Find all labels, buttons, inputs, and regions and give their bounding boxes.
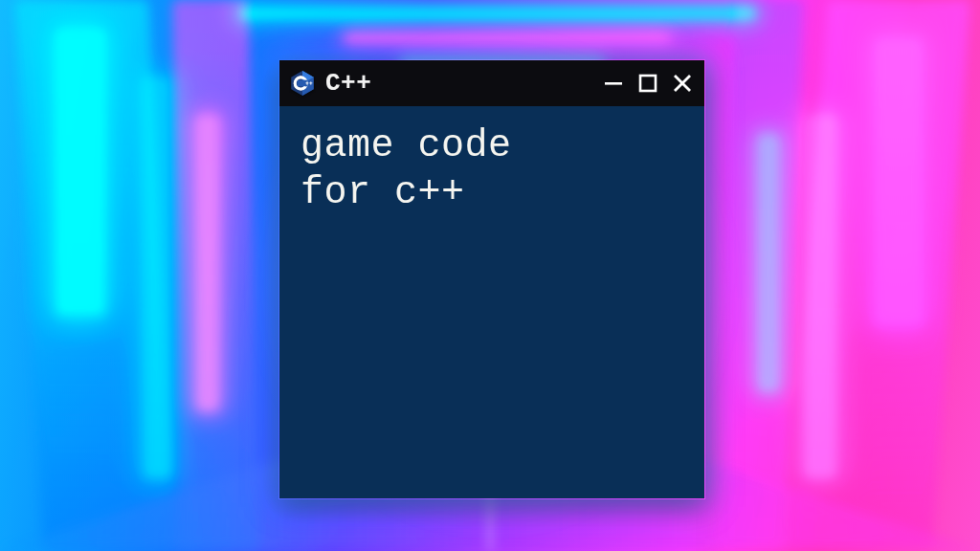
window-title: C++ [325,69,371,98]
titlebar[interactable]: C++ [279,60,704,106]
close-button[interactable] [672,73,693,94]
app-window: C++ [278,59,705,499]
terminal-content[interactable]: game code for c++ [279,106,704,498]
svg-rect-9 [309,82,312,83]
maximize-icon [638,74,657,93]
minimize-icon [604,74,623,93]
titlebar-left: C++ [289,69,593,98]
svg-rect-7 [305,82,308,83]
cpp-logo-icon [289,70,316,97]
svg-rect-11 [640,76,656,91]
close-icon [672,73,693,94]
background: C++ [0,0,980,551]
svg-rect-10 [605,82,622,85]
window-controls [603,73,693,94]
maximize-button[interactable] [637,73,658,94]
minimize-button[interactable] [603,73,624,94]
